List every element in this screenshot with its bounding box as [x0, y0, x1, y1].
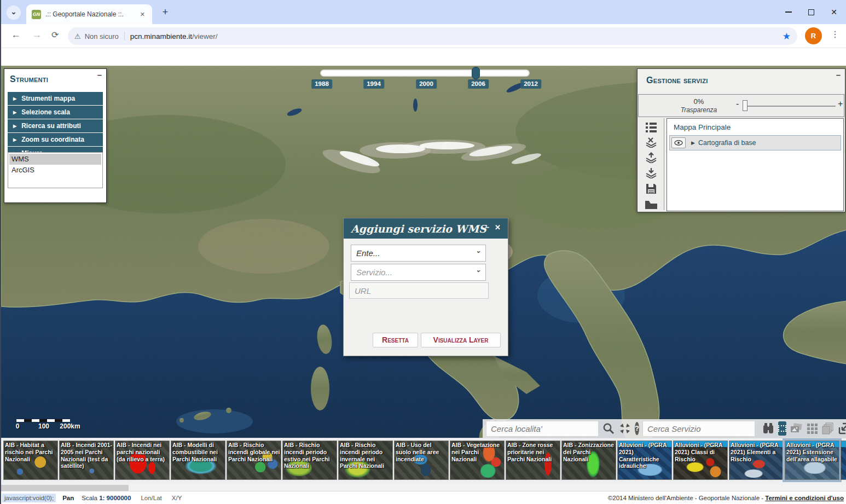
service-option-wms[interactable]: WMS	[9, 154, 101, 165]
layer-thumbnail-label: AIB - Zone rosse prioritarie nei Parchi …	[507, 442, 559, 462]
lonlat-label[interactable]: Lon/Lat	[141, 495, 161, 501]
timeline-slider-track[interactable]	[320, 69, 530, 77]
accordion-item-zoom-su-coordinata[interactable]: ▶Zoom su coordinata	[8, 133, 103, 146]
layer-thumbnail-label: AIB - Zonizzazione dei Parchi Nazionali	[563, 442, 615, 462]
search-icon[interactable]	[602, 421, 615, 436]
binoculars-icon[interactable]	[762, 421, 775, 436]
window-close-icon[interactable]: ✕	[831, 8, 837, 16]
chevron-right-icon: ▶	[13, 124, 16, 129]
accordion-item-label: Ricerca su attributi	[21, 122, 81, 130]
timeline-year-label[interactable]: 1994	[363, 79, 384, 89]
transparency-plus-button[interactable]: +	[838, 99, 843, 109]
base-cartography-row[interactable]: ▶ Cartografia di base	[669, 135, 841, 150]
dialog-title: Aggiungi servizio WMS	[351, 223, 486, 235]
dialog-minimize-icon[interactable]: –	[485, 223, 489, 231]
collapse-arrows-icon[interactable]	[618, 421, 631, 436]
ente-select[interactable]: Ente... ⌄	[351, 245, 486, 262]
bookmark-star-icon[interactable]: ★	[783, 31, 791, 42]
layer-thumbnail-label: AIB - Rischio incendi periodo estivo nei…	[284, 442, 336, 470]
search-service-input[interactable]	[642, 421, 755, 437]
search-locality-input[interactable]	[486, 421, 599, 437]
browser-menu-icon[interactable]: ⋮	[831, 29, 839, 39]
security-label[interactable]: Non sicuro	[85, 32, 119, 40]
layers-stack-icon[interactable]	[821, 421, 835, 436]
back-icon[interactable]: ←	[11, 29, 21, 40]
window-maximize-icon[interactable]	[808, 9, 814, 15]
accordion-item-ricerca-su-attributi[interactable]: ▶Ricerca su attributi	[8, 119, 103, 132]
help-icon[interactable]: ?	[635, 422, 639, 435]
layer-thumbnail[interactable]	[841, 441, 846, 480]
save-map-icon[interactable]	[645, 183, 657, 195]
timeline-year-label[interactable]: 1988	[311, 79, 332, 89]
timeline-year-label[interactable]: 2012	[520, 79, 541, 89]
address-bar[interactable]: ⚠ Non sicuro pcn.minambiente.it /viewer/…	[68, 27, 797, 45]
profile-avatar[interactable]: R	[805, 27, 822, 44]
transparency-slider-thumb[interactable]	[743, 100, 748, 111]
reload-icon[interactable]: ⟳	[51, 30, 59, 40]
layer-thumbnail[interactable]: AIB - Modelli di combustibile nei Parchi…	[171, 441, 225, 480]
grid-icon[interactable]	[806, 421, 818, 436]
chevron-right-icon[interactable]: ▶	[691, 140, 695, 146]
accordion-item-strumenti-mappa[interactable]: ▶Strumenti mappa	[8, 92, 103, 105]
status-bar: javascript:void(0); Pan Scala 1: 9000000…	[1, 491, 846, 504]
layer-name[interactable]: Cartografia di base	[698, 139, 756, 147]
thumbnail-scrollbar-thumb[interactable]	[1, 485, 129, 491]
browser-tab[interactable]: GN .:: Geoportale Nazionale ::. ✕	[26, 4, 152, 24]
tools-panel-minimize-icon[interactable]: –	[97, 70, 102, 79]
layer-thumbnail-label: AIB - Vegetazione nei Parchi Nazionali	[451, 442, 503, 462]
scalebar-label: 100	[38, 422, 49, 430]
timeline-slider-thumb[interactable]	[472, 67, 480, 79]
toc-list-icon[interactable]	[645, 121, 657, 132]
servizio-select[interactable]: Servizio... ⌄	[351, 264, 486, 281]
url-host: pcn.minambiente.it	[130, 32, 192, 40]
tab-close-icon[interactable]: ✕	[137, 10, 148, 19]
url-path: /viewer/	[192, 32, 218, 40]
layer-thumbnail[interactable]: AIB - Zonizzazione dei Parchi Nazionali	[561, 441, 616, 480]
map-view-active-icon[interactable]	[778, 421, 786, 436]
export-icon[interactable]	[838, 421, 846, 436]
service-option-arcgis[interactable]: ArcGIS	[9, 165, 101, 176]
open-folder-icon[interactable]	[645, 199, 658, 210]
transparency-slider-track[interactable]	[746, 106, 836, 107]
xy-label[interactable]: X/Y	[172, 495, 182, 501]
accordion-item-selezione-scala[interactable]: ▶Selezione scala	[8, 106, 103, 119]
eye-icon	[674, 140, 683, 146]
layer-thumbnail[interactable]: Alluvioni - (PGRA 2021) Caratteristiche …	[617, 441, 672, 480]
layer-thumbnail[interactable]: AIB - Zone rosse prioritarie nei Parchi …	[506, 441, 560, 480]
layers-remove-icon[interactable]	[645, 137, 657, 148]
map-scalebar	[16, 419, 70, 422]
layer-thumbnail[interactable]: AIB - Rischio incendi globale nei Parchi…	[227, 441, 281, 480]
layer-thumbnail[interactable]: Alluvioni - (PGRA 2021) Classi di Rischi…	[673, 441, 728, 480]
terms-link[interactable]: Termini e condizioni d'uso	[765, 495, 844, 501]
dialog-header[interactable]: Aggiungi servizio WMS – ✕	[344, 218, 508, 239]
layer-thumbnail[interactable]: Alluvioni - (PGRA 2021) Estensione dell'…	[785, 441, 839, 480]
layer-thumbnail[interactable]: AIB - Incendi nei parchi nazionali (da r…	[115, 441, 170, 480]
layer-thumbnail[interactable]: Alluvioni - (PGRA 2021) Elementi a Risch…	[729, 441, 784, 480]
dialog-close-icon[interactable]: ✕	[495, 223, 501, 231]
layer-thumbnail[interactable]: AIB - Uso del suolo nelle aree incendiat…	[394, 441, 449, 480]
window-minimize-icon[interactable]	[785, 11, 792, 13]
layer-lower-icon[interactable]	[645, 167, 657, 178]
security-warning-icon[interactable]: ⚠	[74, 32, 81, 40]
layer-visibility-toggle[interactable]	[671, 137, 686, 148]
layer-thumbnail[interactable]: AIB - Rischio incendi periodo invernale …	[338, 441, 393, 480]
visualize-layer-button[interactable]: Visualizza Layer	[421, 333, 501, 347]
layer-thumbnail[interactable]: AIB - Rischio incendi periodo estivo nei…	[282, 441, 337, 480]
tab-search-icon[interactable]: ⌄	[7, 5, 21, 20]
images-icon[interactable]	[790, 421, 803, 436]
layer-thumbnail[interactable]: AIB - Incendi 2001-2005 nei Parchi Nazio…	[59, 441, 114, 480]
layer-thumbnail[interactable]: AIB - Vegetazione nei Parchi Nazionali	[450, 441, 505, 480]
services-panel-minimize-icon[interactable]: –	[836, 70, 841, 79]
scalebar-label: 0	[16, 422, 20, 430]
layer-raise-icon[interactable]	[645, 152, 657, 163]
timeline-year-label[interactable]: 2006	[468, 79, 489, 89]
timeline-year-label[interactable]: 2000	[416, 79, 437, 89]
url-field[interactable]	[349, 282, 489, 299]
layer-thumbnail-label: Alluvioni - (PGRA 2021) Classi di Rischi…	[675, 442, 727, 462]
layer-thumbnail[interactable]: AIB - Habitat a rischio nei Parchi Nazio…	[3, 441, 58, 480]
reset-button[interactable]: Resetta	[373, 333, 418, 347]
pan-mode-label: Pan	[62, 495, 74, 501]
transparency-minus-button[interactable]: -	[736, 99, 739, 109]
new-tab-button[interactable]: +	[159, 7, 172, 18]
forward-icon[interactable]: →	[32, 29, 42, 40]
